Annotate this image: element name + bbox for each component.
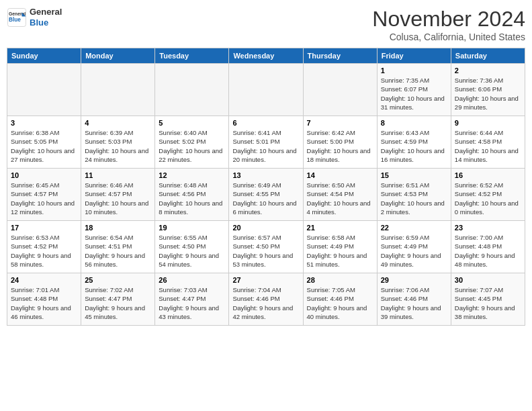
calendar-day-cell: 10Sunrise: 6:45 AMSunset: 4:57 PMDayligh…: [7, 169, 81, 221]
day-number: 23: [455, 224, 521, 232]
calendar-day-cell: 13Sunrise: 6:49 AMSunset: 4:55 PMDayligh…: [229, 169, 303, 221]
day-info: Sunrise: 6:46 AMSunset: 4:57 PMDaylight:…: [85, 181, 151, 216]
day-number: 22: [381, 224, 447, 232]
calendar-day-cell: 21Sunrise: 6:58 AMSunset: 4:49 PMDayligh…: [303, 221, 377, 273]
calendar-day-cell: [7, 64, 81, 116]
calendar-day-cell: 2Sunrise: 7:36 AMSunset: 6:06 PMDaylight…: [451, 64, 525, 116]
calendar-week-row: 17Sunrise: 6:53 AMSunset: 4:52 PMDayligh…: [7, 221, 525, 273]
calendar-day-cell: 4Sunrise: 6:39 AMSunset: 5:03 PMDaylight…: [81, 116, 155, 169]
day-number: 20: [232, 224, 299, 232]
svg-text:Blue: Blue: [9, 17, 21, 23]
day-info: Sunrise: 7:02 AMSunset: 4:47 PMDaylight:…: [85, 285, 151, 321]
calendar-day-cell: 24Sunrise: 7:01 AMSunset: 4:48 PMDayligh…: [7, 273, 81, 326]
day-number: 5: [159, 119, 225, 127]
day-info: Sunrise: 6:39 AMSunset: 5:03 PMDaylight:…: [85, 128, 151, 164]
day-number: 30: [455, 276, 521, 284]
calendar-day-cell: 19Sunrise: 6:55 AMSunset: 4:50 PMDayligh…: [155, 221, 229, 273]
day-number: 4: [85, 119, 151, 127]
day-number: 11: [85, 171, 151, 179]
day-info: Sunrise: 6:52 AMSunset: 4:52 PMDaylight:…: [455, 181, 521, 216]
day-info: Sunrise: 6:42 AMSunset: 5:00 PMDaylight:…: [307, 128, 373, 164]
day-info: Sunrise: 7:01 AMSunset: 4:48 PMDaylight:…: [11, 285, 77, 321]
day-number: 18: [85, 224, 151, 232]
calendar-week-row: 3Sunrise: 6:38 AMSunset: 5:05 PMDaylight…: [7, 116, 525, 169]
calendar-day-cell: 1Sunrise: 7:35 AMSunset: 6:07 PMDaylight…: [377, 64, 451, 116]
day-number: 3: [11, 119, 77, 127]
day-info: Sunrise: 7:07 AMSunset: 4:45 PMDaylight:…: [455, 285, 521, 321]
day-number: 15: [381, 171, 447, 179]
calendar-day-cell: [229, 64, 303, 116]
day-number: 24: [11, 276, 77, 284]
day-number: 10: [11, 171, 77, 179]
calendar-day-cell: 28Sunrise: 7:05 AMSunset: 4:46 PMDayligh…: [303, 273, 377, 326]
calendar-week-row: 1Sunrise: 7:35 AMSunset: 6:07 PMDaylight…: [7, 64, 525, 116]
calendar-day-cell: 17Sunrise: 6:53 AMSunset: 4:52 PMDayligh…: [7, 221, 81, 273]
calendar-day-cell: [155, 64, 229, 116]
calendar-day-cell: 5Sunrise: 6:40 AMSunset: 5:02 PMDaylight…: [155, 116, 229, 169]
day-number: 13: [232, 171, 299, 179]
day-info: Sunrise: 6:41 AMSunset: 5:01 PMDaylight:…: [232, 128, 299, 164]
calendar-day-cell: 22Sunrise: 6:59 AMSunset: 4:49 PMDayligh…: [377, 221, 451, 273]
title-block: November 2024 Colusa, California, United…: [372, 7, 525, 42]
weekday-header: Sunday: [7, 48, 81, 64]
weekday-header: Thursday: [303, 48, 377, 64]
day-number: 27: [232, 276, 299, 284]
day-number: 19: [159, 224, 225, 232]
calendar-day-cell: 12Sunrise: 6:48 AMSunset: 4:56 PMDayligh…: [155, 169, 229, 221]
day-info: Sunrise: 6:57 AMSunset: 4:50 PMDaylight:…: [232, 233, 299, 269]
weekday-header: Saturday: [451, 48, 525, 64]
day-info: Sunrise: 6:58 AMSunset: 4:49 PMDaylight:…: [307, 233, 373, 269]
day-info: Sunrise: 7:05 AMSunset: 4:46 PMDaylight:…: [307, 285, 373, 321]
day-info: Sunrise: 7:00 AMSunset: 4:48 PMDaylight:…: [455, 233, 521, 269]
weekday-header: Wednesday: [229, 48, 303, 64]
calendar-day-cell: 11Sunrise: 6:46 AMSunset: 4:57 PMDayligh…: [81, 169, 155, 221]
calendar-day-cell: 8Sunrise: 6:43 AMSunset: 4:59 PMDaylight…: [377, 116, 451, 169]
day-number: 29: [381, 276, 447, 284]
weekday-header: Monday: [81, 48, 155, 64]
calendar-day-cell: 14Sunrise: 6:50 AMSunset: 4:54 PMDayligh…: [303, 169, 377, 221]
day-number: 26: [159, 276, 225, 284]
calendar-day-cell: 26Sunrise: 7:03 AMSunset: 4:47 PMDayligh…: [155, 273, 229, 326]
day-number: 8: [381, 119, 447, 127]
day-number: 14: [307, 171, 373, 179]
day-number: 7: [307, 119, 373, 127]
calendar-header-row: SundayMondayTuesdayWednesdayThursdayFrid…: [7, 48, 525, 64]
calendar-day-cell: [81, 64, 155, 116]
calendar-day-cell: 6Sunrise: 6:41 AMSunset: 5:01 PMDaylight…: [229, 116, 303, 169]
day-info: Sunrise: 7:04 AMSunset: 4:46 PMDaylight:…: [232, 285, 299, 321]
day-number: 9: [455, 119, 521, 127]
day-info: Sunrise: 6:55 AMSunset: 4:50 PMDaylight:…: [159, 233, 225, 269]
calendar-day-cell: 20Sunrise: 6:57 AMSunset: 4:50 PMDayligh…: [229, 221, 303, 273]
weekday-header: Friday: [377, 48, 451, 64]
day-info: Sunrise: 6:49 AMSunset: 4:55 PMDaylight:…: [232, 181, 299, 216]
day-info: Sunrise: 6:44 AMSunset: 4:58 PMDaylight:…: [455, 128, 521, 164]
calendar-day-cell: 25Sunrise: 7:02 AMSunset: 4:47 PMDayligh…: [81, 273, 155, 326]
day-number: 21: [307, 224, 373, 232]
day-info: Sunrise: 6:45 AMSunset: 4:57 PMDaylight:…: [11, 181, 77, 216]
day-info: Sunrise: 7:03 AMSunset: 4:47 PMDaylight:…: [159, 285, 225, 321]
day-number: 25: [85, 276, 151, 284]
calendar-day-cell: 18Sunrise: 6:54 AMSunset: 4:51 PMDayligh…: [81, 221, 155, 273]
logo-icon: General Blue: [7, 7, 27, 28]
day-info: Sunrise: 7:36 AMSunset: 6:06 PMDaylight:…: [455, 76, 521, 111]
day-number: 28: [307, 276, 373, 284]
day-info: Sunrise: 6:50 AMSunset: 4:54 PMDaylight:…: [307, 181, 373, 216]
day-info: Sunrise: 6:53 AMSunset: 4:52 PMDaylight:…: [11, 233, 77, 269]
day-info: Sunrise: 6:38 AMSunset: 5:05 PMDaylight:…: [11, 128, 77, 164]
day-info: Sunrise: 6:48 AMSunset: 4:56 PMDaylight:…: [159, 181, 225, 216]
month-title: November 2024: [372, 7, 525, 32]
day-info: Sunrise: 6:43 AMSunset: 4:59 PMDaylight:…: [381, 128, 447, 164]
calendar-day-cell: [303, 64, 377, 116]
day-info: Sunrise: 6:40 AMSunset: 5:02 PMDaylight:…: [159, 128, 225, 164]
calendar-day-cell: 16Sunrise: 6:52 AMSunset: 4:52 PMDayligh…: [451, 169, 525, 221]
calendar-week-row: 24Sunrise: 7:01 AMSunset: 4:48 PMDayligh…: [7, 273, 525, 326]
day-info: Sunrise: 6:54 AMSunset: 4:51 PMDaylight:…: [85, 233, 151, 269]
calendar-day-cell: 27Sunrise: 7:04 AMSunset: 4:46 PMDayligh…: [229, 273, 303, 326]
day-info: Sunrise: 6:51 AMSunset: 4:53 PMDaylight:…: [381, 181, 447, 216]
location: Colusa, California, United States: [372, 32, 525, 42]
page-header: General Blue General Blue November 2024 …: [7, 7, 525, 42]
day-info: Sunrise: 6:59 AMSunset: 4:49 PMDaylight:…: [381, 233, 447, 269]
calendar-week-row: 10Sunrise: 6:45 AMSunset: 4:57 PMDayligh…: [7, 169, 525, 221]
day-number: 6: [232, 119, 299, 127]
calendar-day-cell: 7Sunrise: 6:42 AMSunset: 5:00 PMDaylight…: [303, 116, 377, 169]
